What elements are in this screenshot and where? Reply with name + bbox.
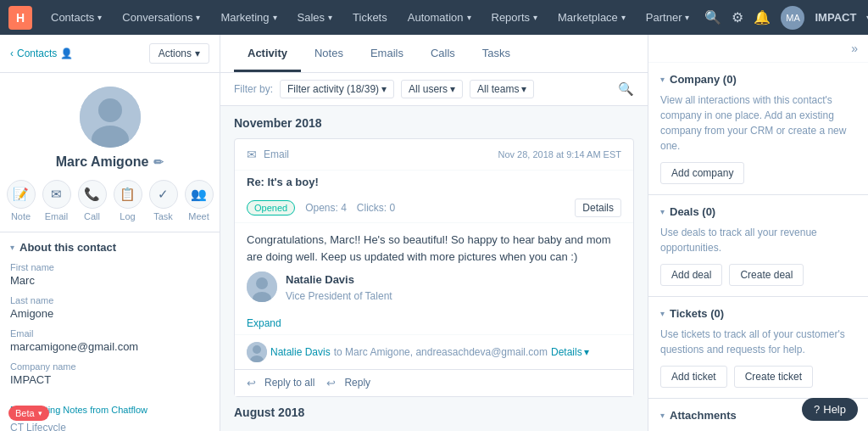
email-type-icon: ✉ — [247, 148, 257, 161]
nav-marketplace-chevron: ▾ — [621, 13, 626, 22]
filter-teams-button[interactable]: All teams ▾ — [470, 80, 534, 98]
sender-avatar — [247, 271, 277, 302]
create-ticket-button[interactable]: Create ticket — [734, 366, 813, 388]
tab-activity[interactable]: Activity — [234, 35, 301, 72]
attachments-chevron: ▾ — [660, 411, 665, 420]
back-icon: ‹ — [10, 48, 14, 59]
first-name-field: First name Marc ⧉ — [10, 262, 209, 287]
tabs-bar: Activity Notes Emails Calls Tasks — [220, 35, 648, 73]
actions-button[interactable]: Actions ▾ — [149, 43, 209, 64]
settings-icon[interactable]: ⚙ — [732, 9, 743, 25]
nav-reports[interactable]: Reports ▾ — [483, 0, 547, 35]
notifications-icon[interactable]: 🔔 — [754, 9, 771, 25]
search-icon[interactable]: 🔍 — [704, 9, 721, 25]
note-action[interactable]: 📝 Note — [7, 180, 36, 221]
nav-contacts-chevron: ▾ — [97, 13, 102, 22]
tickets-section-header[interactable]: ▾ Tickets (0) — [660, 307, 856, 320]
company-section: ▾ Company (0) View all interactions with… — [648, 63, 868, 195]
nav-contacts[interactable]: Contacts ▾ — [42, 0, 110, 35]
nav-tickets[interactable]: Tickets — [344, 0, 396, 35]
filter-activity-chevron: ▾ — [381, 83, 387, 95]
help-button[interactable]: ? Help — [802, 398, 858, 421]
brand-name: IMPACT — [815, 11, 856, 24]
reply-all-button[interactable]: Reply to all — [264, 377, 314, 389]
about-chevron: ▾ — [10, 243, 14, 252]
contact-profile: Marc Amigone ✏ 📝 Note ✉ Email 📞 Call 📋 — [0, 73, 220, 232]
contact-name: Marc Amigone ✏ — [56, 154, 164, 170]
month-november: November 2018 — [234, 116, 634, 130]
contact-fields: First name Marc ⧉ Last name Amigone ⧉ Em… — [0, 262, 220, 401]
avatar[interactable]: MA — [781, 6, 804, 30]
task-action[interactable]: ✓ Task — [149, 180, 178, 221]
card-header: ✉ Email Nov 28, 2018 at 9:14 AM EST — [235, 139, 633, 171]
email-details-button[interactable]: Details — [575, 199, 621, 217]
nav-conversations[interactable]: Conversations ▾ — [114, 0, 209, 35]
log-action[interactable]: 📋 Log — [114, 180, 142, 221]
avatar — [80, 87, 141, 148]
call-action[interactable]: 📞 Call — [78, 180, 107, 221]
about-section-header[interactable]: ▾ About this contact — [0, 232, 220, 262]
note-icon: 📝 — [7, 180, 36, 209]
footer-to-text: to Marc Amigone, andreasachdeva@gmail.co… — [334, 346, 548, 358]
email-field: Email marcamigone@gmail.com ⧉ — [10, 328, 209, 353]
footer-details-link[interactable]: Details ▾ — [551, 346, 589, 358]
beta-chevron: ▾ — [38, 409, 42, 417]
collapse-icon[interactable]: » — [851, 42, 858, 55]
nav-automation[interactable]: Automation ▾ — [399, 0, 480, 35]
nav-marketplace[interactable]: Marketplace ▾ — [549, 0, 634, 35]
deals-chevron: ▾ — [660, 207, 665, 216]
person-icon: 👤 — [60, 48, 73, 59]
svg-point-1 — [98, 98, 122, 122]
filter-activity-button[interactable]: Filter activity (18/39) ▾ — [280, 80, 394, 98]
contacts-breadcrumb[interactable]: ‹ Contacts 👤 — [10, 48, 73, 59]
quick-actions: 📝 Note ✉ Email 📞 Call 📋 Log ✓ Task — [7, 180, 214, 221]
company-chevron: ▾ — [660, 75, 665, 84]
nav-marketing-chevron: ▾ — [273, 13, 277, 22]
company-field: Company name IMPACT ⧉ — [10, 361, 209, 386]
nav-partner[interactable]: Partner ▾ — [637, 0, 698, 35]
deals-buttons: Add deal Create deal — [660, 264, 856, 286]
nav-partner-chevron: ▾ — [685, 13, 689, 22]
hubspot-logo[interactable]: H — [8, 6, 32, 30]
nav-reports-chevron: ▾ — [533, 13, 537, 22]
add-deal-button[interactable]: Add deal — [660, 264, 722, 286]
clicks-count: Clicks: 0 — [357, 202, 395, 214]
reply-button[interactable]: Reply — [344, 377, 370, 389]
company-section-header[interactable]: ▾ Company (0) — [660, 73, 856, 86]
footer-details-chevron: ▾ — [584, 346, 589, 358]
add-company-button[interactable]: Add company — [660, 162, 744, 184]
deals-section-header[interactable]: ▾ Deals (0) — [660, 205, 856, 218]
filter-bar: Filter by: Filter activity (18/39) ▾ All… — [220, 73, 648, 106]
nav-marketing[interactable]: Marketing ▾ — [212, 0, 285, 35]
expand-button[interactable]: Expand — [235, 312, 633, 334]
activity-search-icon[interactable]: 🔍 — [618, 81, 634, 97]
edit-name-icon[interactable]: ✏ — [153, 155, 164, 169]
opened-badge: Opened — [247, 200, 295, 216]
deals-section: ▾ Deals (0) Use deals to track all your … — [648, 195, 868, 297]
filter-users-button[interactable]: All users ▾ — [401, 80, 463, 98]
opens-count: Opens: 4 — [305, 202, 347, 214]
filter-users-chevron: ▾ — [450, 83, 455, 95]
call-icon: 📞 — [78, 180, 107, 209]
help-icon: ? — [814, 403, 820, 416]
beta-badge[interactable]: Beta ▾ — [8, 406, 49, 421]
nav-automation-chevron: ▾ — [467, 13, 471, 22]
tickets-chevron: ▾ — [660, 309, 665, 318]
email-action[interactable]: ✉ Email — [42, 180, 71, 221]
tab-notes[interactable]: Notes — [301, 35, 357, 72]
activity-feed: November 2018 ✉ Email Nov 28, 2018 at 9:… — [220, 106, 648, 431]
reply-bar: ↩ Reply to all ↩ Reply — [235, 369, 633, 396]
right-sidebar: » ▾ Company (0) View all interactions wi… — [648, 35, 868, 431]
create-deal-button[interactable]: Create deal — [729, 264, 804, 286]
footer-sender-name[interactable]: Natalie Davis — [270, 346, 331, 358]
tab-emails[interactable]: Emails — [357, 35, 417, 72]
tab-tasks[interactable]: Tasks — [469, 35, 524, 72]
meet-action[interactable]: 👥 Meet — [185, 180, 214, 221]
add-ticket-button[interactable]: Add ticket — [660, 366, 727, 388]
sidebar-header: ‹ Contacts 👤 Actions ▾ — [0, 35, 220, 73]
card-footer: Natalie Davis to Marc Amigone, andreasac… — [235, 334, 633, 369]
card-meta: Opened Opens: 4 Clicks: 0 Details — [235, 193, 633, 222]
tab-calls[interactable]: Calls — [417, 35, 469, 72]
nav-sales[interactable]: Sales ▾ — [289, 0, 342, 35]
avatar-image — [80, 87, 141, 148]
